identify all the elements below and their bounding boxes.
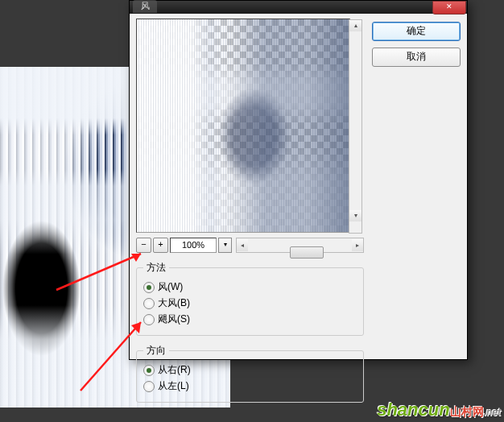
zoom-dropdown-icon[interactable]: ▾ — [218, 238, 232, 253]
radio-label: 大风(B) — [158, 296, 190, 310]
scroll-left-icon[interactable]: ◂ — [237, 239, 248, 251]
watermark: shancun山村网.net — [377, 399, 501, 420]
scroll-right-icon[interactable]: ▸ — [352, 239, 363, 251]
preview-vscroll[interactable]: ▴ ▾ — [349, 19, 362, 234]
radio-blast[interactable]: 大风(B) — [143, 296, 357, 310]
preview-area[interactable]: ▴ ▾ — [136, 19, 350, 233]
radio-from-left[interactable]: 从左(L) — [143, 379, 357, 393]
wind-filter-dialog: 风 确定 取消 ▴ ▾ − + 100% ▾ ◂ ▸ 方法 — [129, 0, 468, 360]
radio-label: 从右(R) — [158, 363, 191, 377]
method-legend: 方法 — [143, 261, 169, 275]
hscroll-thumb[interactable] — [290, 246, 324, 259]
method-group: 方法 风(W) 大风(B) 飓风(S) — [136, 261, 364, 336]
radio-label: 从左(L) — [158, 379, 189, 393]
scroll-up-icon[interactable]: ▴ — [349, 20, 361, 31]
radio-icon — [143, 298, 155, 309]
zoom-out-button[interactable]: − — [136, 238, 151, 253]
radio-icon — [143, 282, 155, 293]
dialog-title-bar[interactable]: 风 — [130, 1, 467, 14]
zoom-in-button[interactable]: + — [153, 238, 168, 253]
direction-group: 方向 从右(R) 从左(L) — [136, 344, 364, 403]
radio-label: 风(W) — [158, 280, 183, 294]
close-button[interactable] — [432, 1, 466, 14]
preview-hscroll[interactable]: ◂ ▸ — [236, 238, 364, 253]
ok-button[interactable]: 确定 — [372, 22, 461, 41]
radio-icon — [143, 381, 155, 392]
zoom-level-input[interactable]: 100% — [170, 238, 217, 253]
cancel-button[interactable]: 取消 — [372, 48, 461, 67]
dialog-title: 风 — [133, 0, 157, 13]
scroll-down-icon[interactable]: ▾ — [349, 210, 361, 221]
wind-effect-preview — [137, 19, 349, 232]
direction-legend: 方向 — [143, 344, 169, 358]
radio-icon — [143, 314, 155, 325]
radio-wind[interactable]: 风(W) — [143, 280, 357, 294]
radio-label: 飓风(S) — [158, 312, 190, 326]
radio-stagger[interactable]: 飓风(S) — [143, 312, 357, 326]
radio-icon — [143, 365, 155, 376]
radio-from-right[interactable]: 从右(R) — [143, 363, 357, 377]
